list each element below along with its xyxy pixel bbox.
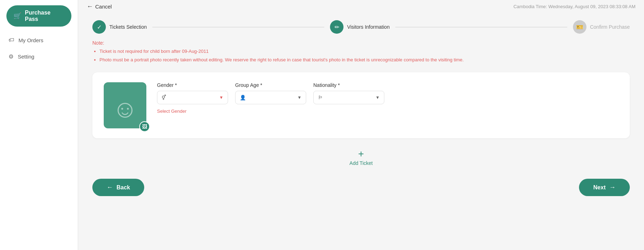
notes-section: Note: Ticket is not required for child b… <box>78 37 644 69</box>
cart-icon: 🛒 <box>13 12 21 20</box>
gender-select[interactable]: ⚥ ▼ <box>157 91 228 104</box>
sidebar: 🛒 Purchase Pass 🏷 My Orders ⚙ Setting <box>0 0 78 250</box>
notes-title: Note: <box>92 40 630 46</box>
add-ticket-label: Add Ticket <box>350 160 373 166</box>
gender-label: Gender * <box>157 82 228 88</box>
gender-hint: Select Gender <box>157 109 228 114</box>
step-label-tickets: Tickets Selection <box>109 24 147 30</box>
group-age-field-group: Group Age * 👤 ▼ <box>235 82 306 104</box>
step-icon-tickets: ✓ <box>97 24 102 30</box>
step-circle-tickets: ✓ <box>92 20 106 34</box>
next-button[interactable]: Next → <box>579 179 630 196</box>
setting-icon: ⚙ <box>9 53 13 60</box>
group-age-select[interactable]: 👤 ▼ <box>235 91 306 104</box>
bottom-nav: ← Back Next → <box>78 173 644 202</box>
group-age-label: Group Age * <box>235 82 306 88</box>
step-line-2 <box>395 27 567 27</box>
cancel-label: Cancel <box>95 4 112 10</box>
sidebar-logo-text: Purchase Pass <box>25 10 64 22</box>
back-arrow-icon: ← <box>107 184 113 191</box>
next-arrow-icon: → <box>609 184 616 191</box>
ticket-card: ☺ 🖼 Gender * ⚥ ▼ Select Gender Group <box>92 72 630 138</box>
orders-icon: 🏷 <box>9 37 14 43</box>
sidebar-item-label-orders: My Orders <box>18 37 43 43</box>
group-age-select-left: 👤 <box>240 95 246 100</box>
main-content: ← Cancel Cambodia Time: Wednesday, Augus… <box>78 0 644 250</box>
sidebar-item-label-setting: Setting <box>18 54 34 60</box>
back-button[interactable]: ← Back <box>92 179 144 196</box>
nationality-flag-icon: 🏳 <box>318 95 323 100</box>
step-tickets-selection: ✓ Tickets Selection <box>92 20 147 34</box>
group-age-icon: 👤 <box>240 95 246 100</box>
form-fields: Gender * ⚥ ▼ Select Gender Group Age * 👤… <box>157 82 618 114</box>
step-circle-visitors: ✏ <box>330 20 343 34</box>
notes-list: Ticket is not required for child born af… <box>92 48 630 63</box>
top-bar: ← Cancel Cambodia Time: Wednesday, Augus… <box>78 0 644 13</box>
step-line-1 <box>152 27 324 27</box>
nationality-select-left: 🏳 <box>318 95 323 100</box>
avatar-placeholder: ☺ <box>104 82 146 128</box>
notes-item-2: Photo must be a portrait photo recently … <box>99 56 630 63</box>
step-icon-visitors: ✏ <box>335 24 339 30</box>
avatar-silhouette-icon: ☺ <box>112 95 137 123</box>
gender-select-left: ⚥ <box>162 95 166 100</box>
nationality-field-group: Nationality * 🏳 ▼ <box>313 82 384 104</box>
add-ticket-plus-icon: + <box>358 149 364 159</box>
gender-dropdown-arrow: ▼ <box>219 95 223 100</box>
nationality-dropdown-arrow: ▼ <box>375 95 380 100</box>
cancel-button[interactable]: ← Cancel <box>87 3 112 10</box>
step-label-visitors: Visitors Information <box>347 24 390 30</box>
sidebar-item-setting[interactable]: ⚙ Setting <box>0 48 78 65</box>
notes-item-1: Ticket is not required for child born af… <box>99 48 630 55</box>
group-age-dropdown-arrow: ▼ <box>297 95 302 100</box>
nationality-select[interactable]: 🏳 ▼ <box>313 91 384 104</box>
step-confirm-purchase: 🎫 Confirm Purchase <box>573 20 630 34</box>
timestamp: Cambodia Time: Wednesday, August 09, 202… <box>513 4 635 9</box>
step-visitors-information: ✏ Visitors Information <box>330 20 390 34</box>
add-ticket-section[interactable]: + Add Ticket <box>78 142 644 173</box>
gender-field-group: Gender * ⚥ ▼ Select Gender <box>157 82 228 114</box>
upload-icon: 🖼 <box>142 124 147 129</box>
sidebar-item-my-orders[interactable]: 🏷 My Orders <box>0 32 78 48</box>
back-arrow-icon: ← <box>87 3 93 10</box>
avatar-upload-button[interactable]: 🖼 <box>139 121 150 132</box>
stepper: ✓ Tickets Selection ✏ Visitors Informati… <box>78 13 644 37</box>
step-icon-confirm: 🎫 <box>576 24 583 30</box>
gender-icon: ⚥ <box>162 95 166 100</box>
nationality-label: Nationality * <box>313 82 384 88</box>
step-circle-confirm: 🎫 <box>573 20 586 34</box>
next-label: Next <box>593 184 606 191</box>
purchase-pass-logo[interactable]: 🛒 Purchase Pass <box>6 5 71 27</box>
avatar-container: ☺ 🖼 <box>104 82 146 128</box>
step-label-confirm: Confirm Purchase <box>590 24 630 30</box>
back-label: Back <box>117 184 130 191</box>
